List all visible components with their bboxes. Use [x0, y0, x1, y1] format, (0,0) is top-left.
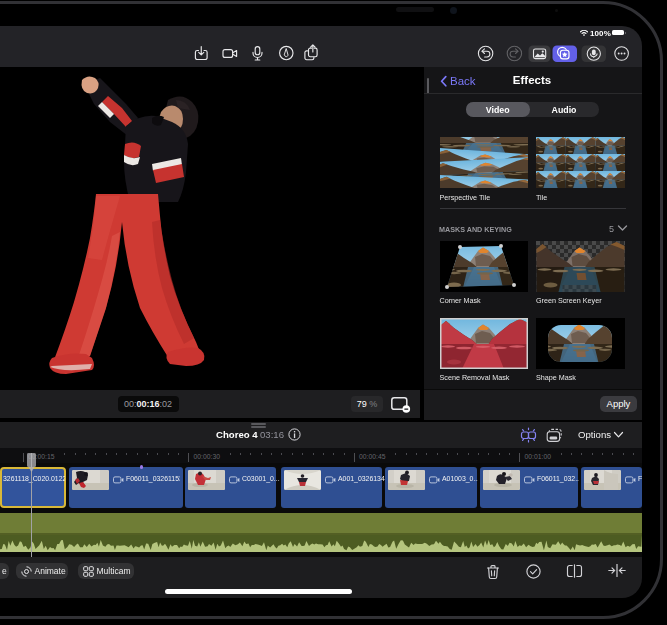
svg-text:5: 5: [609, 223, 614, 233]
